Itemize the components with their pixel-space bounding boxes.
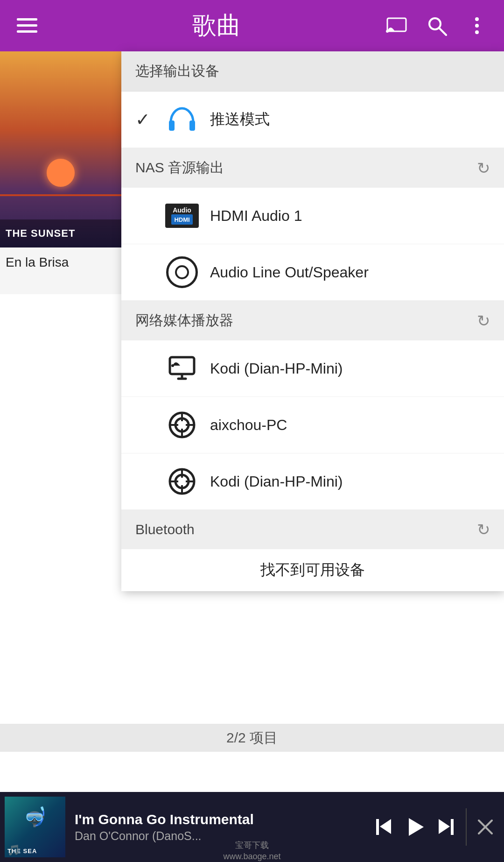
now-playing-artwork[interactable]: 🤿 THE SEA 🎵 [5,797,65,857]
bluetooth-section-header: Bluetooth ↻ [121,510,504,549]
top-bar: 歌曲 [0,0,504,51]
controls-divider [466,808,467,846]
speaker-icon-wrap [163,254,201,291]
dlna2-icon-wrap [163,463,201,500]
page-title: 歌曲 [49,9,384,42]
svg-point-9 [475,30,479,34]
more-button[interactable] [464,13,490,39]
status-bar: 2/2 项目 [0,724,504,752]
line-out-label: Audio Line Out/Speaker [210,264,369,281]
svg-point-15 [171,364,174,367]
svg-rect-29 [376,819,379,835]
hdmi-icon-wrap: Audio HDMI [163,197,201,234]
album-art-overlay: THE SUNSET [0,219,121,247]
status-text: 2/2 项目 [226,728,278,748]
hdmi-audio-label: HDMI Audio 1 [210,207,302,225]
album-art-background [0,51,121,247]
nas-section-header: NAS 音源输出 ↻ [121,148,504,188]
aixchou-item[interactable]: ✓ aixchou-PC [121,397,504,453]
output-device-dropdown: 选择输出设备 ✓ 推送模式 NAS 音源输出 ↻ ✓ Audi [121,51,504,591]
hdmi-audio-item[interactable]: ✓ Audio HDMI HDMI Audio 1 [121,188,504,244]
search-button[interactable] [424,13,450,39]
headphone-icon-wrap [163,101,201,138]
svg-point-7 [475,17,479,21]
svg-rect-32 [451,819,454,835]
no-device-label: 找不到可用设备 [260,560,365,580]
play-button[interactable] [404,816,426,838]
svg-marker-30 [409,818,424,836]
svg-rect-10 [169,120,175,131]
network-section-label: 网络媒体播放器 [135,311,233,330]
album-art-text: THE SUNSET [6,227,75,240]
svg-rect-2 [17,30,37,33]
svg-rect-0 [17,18,37,21]
network-refresh-icon[interactable]: ↻ [477,311,490,330]
album-title: En la Brisa [0,247,121,277]
now-playing-title: I'm Gonna Go Instrumental [75,812,364,827]
push-mode-label: 推送模式 [210,109,270,130]
now-playing-controls [373,808,504,846]
diver-icon: 🤿 [23,806,47,828]
no-device-item: 找不到可用设备 [121,549,504,591]
next-button[interactable] [435,816,456,838]
bluetooth-section-label: Bluetooth [135,522,195,537]
svg-rect-11 [189,120,195,131]
svg-line-6 [439,28,446,35]
cast-button[interactable] [384,13,410,39]
svg-marker-31 [439,819,450,834]
watermark: 宝哥下载www.baoge.net [223,840,280,862]
dropdown-header: 选择输出设备 [121,51,504,92]
close-button[interactable] [476,818,495,836]
svg-marker-28 [380,819,391,834]
menu-button[interactable] [14,13,40,39]
main-content: THE SUNSET En la Brisa 选择输出设备 ✓ 推送模式 NAS… [0,51,504,789]
now-playing-info: I'm Gonna Go Instrumental Dan O'Connor (… [65,807,373,848]
prev-button[interactable] [373,816,395,838]
svg-rect-1 [17,24,37,27]
dlna1-icon-wrap [163,406,201,444]
top-bar-icons [384,13,490,39]
aixchou-label: aixchou-PC [210,417,287,434]
sun-graphic [47,159,75,187]
push-mode-item[interactable]: ✓ 推送模式 [121,92,504,148]
nas-section-label: NAS 音源输出 [135,158,224,177]
svg-point-8 [475,24,479,28]
album-art: THE SUNSET [0,51,121,247]
kodi2-label: Kodi (Dian-HP-Mini) [210,473,343,490]
album-card[interactable]: THE SUNSET En la Brisa [0,51,121,294]
line-out-item[interactable]: ✓ Audio Line Out/Speaker [121,244,504,301]
now-playing-artist: Dan O'Connor (DanoS... [75,829,364,843]
dropdown-header-label: 选择输出设备 [135,62,219,81]
cast1-icon-wrap [163,350,201,387]
kodi1-label: Kodi (Dian-HP-Mini) [210,360,343,377]
bluetooth-refresh-icon[interactable]: ↻ [477,520,490,539]
check-mark-icon: ✓ [135,109,159,130]
kodi1-item[interactable]: ✓ Kodi (Dian-HP-Mini) [121,340,504,397]
nas-refresh-icon[interactable]: ↻ [477,159,490,177]
horizon-line [0,194,121,196]
kodi2-item[interactable]: ✓ Kodi (Dian-HP-Mini) [121,453,504,510]
now-playing-bar: 🤿 THE SEA 🎵 I'm Gonna Go Instrumental Da… [0,792,504,862]
svg-point-4 [386,30,389,33]
network-section-header: 网络媒体播放器 ↻ [121,301,504,340]
